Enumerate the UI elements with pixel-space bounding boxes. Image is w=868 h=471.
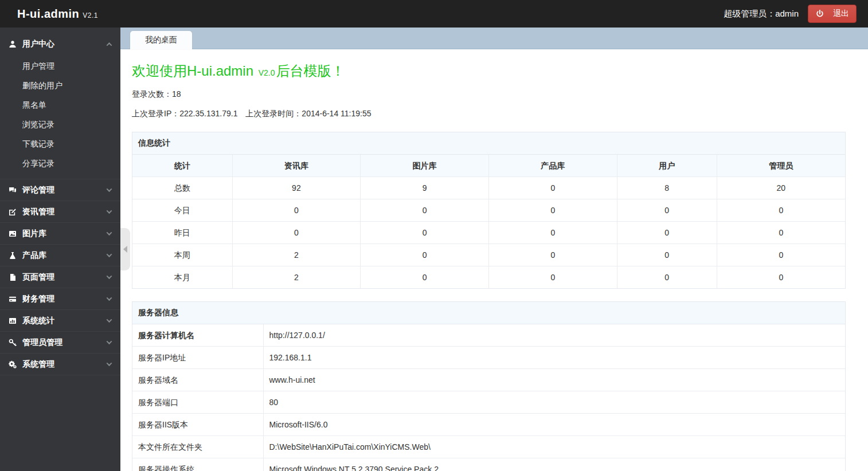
brand-version: V2.1 <box>83 11 98 19</box>
chevron-up-icon <box>107 42 112 48</box>
sidebar-item-user-center[interactable]: 用户中心 <box>0 33 120 55</box>
table-cell: 0 <box>232 222 361 244</box>
sidebar-item-image-library[interactable]: 图片库 <box>0 222 120 244</box>
table-cell: 0 <box>617 244 717 266</box>
sidebar-subitem-deleted-users[interactable]: 删除的用户 <box>0 76 120 95</box>
table-cell: 8 <box>617 177 717 199</box>
table-cell: 0 <box>488 222 617 244</box>
sidebar-subitem-download-history[interactable]: 下载记录 <box>0 134 120 154</box>
stats-table: 统计资讯库图片库产品库用户管理员 总数9290820今日00000昨日00000… <box>132 155 845 288</box>
table-row: 服务器域名www.h-ui.net <box>132 369 845 391</box>
table-cell: 0 <box>717 244 845 266</box>
table-cell: 0 <box>488 199 617 222</box>
table-cell: 0 <box>232 199 361 222</box>
welcome-suffix: 后台模版！ <box>276 63 345 78</box>
sidebar-submenu-user-center: 用户管理删除的用户黑名单浏览记录下载记录分享记录 <box>0 55 120 179</box>
sidebar-item-comment-management[interactable]: 评论管理 <box>0 179 120 201</box>
edit-icon <box>8 207 17 217</box>
last-login-line: 上次登录IP：222.35.131.79.1 上次登录时间：2014-6-14 … <box>132 109 846 119</box>
stats-panel: 信息统计 统计资讯库图片库产品库用户管理员 总数9290820今日00000昨日… <box>132 132 846 289</box>
server-info-table: 服务器计算机名http://127.0.0.1/服务器IP地址192.168.1… <box>132 324 845 471</box>
sidebar-item-finance-management[interactable]: 财务管理 <box>0 288 120 309</box>
table-cell: 0 <box>361 222 489 244</box>
chevron-down-icon <box>107 339 112 344</box>
sidebar-item-label: 财务管理 <box>22 294 107 304</box>
last-ip-value: 222.35.131.79.1 <box>179 109 237 118</box>
table-row: 总数9290820 <box>132 177 845 199</box>
sidebar-item-admin-management[interactable]: 管理员管理 <box>0 331 120 353</box>
image-icon <box>8 229 17 238</box>
server-info-value: www.h-ui.net <box>263 369 845 391</box>
table-cell: 0 <box>488 177 617 199</box>
sidebar-item-product-library[interactable]: 产品库 <box>0 244 120 266</box>
comments-icon <box>8 186 17 195</box>
sidebar: 用户中心用户管理删除的用户黑名单浏览记录下载记录分享记录评论管理资讯管理图片库产… <box>0 28 120 471</box>
user-icon <box>8 40 17 49</box>
table-cell: 20 <box>717 177 845 199</box>
content: 欢迎使用H-ui.admin V2.0后台模版！ 登录次数：18 上次登录IP：… <box>120 49 868 471</box>
welcome-version: V2.0 <box>259 68 275 77</box>
table-cell: 0 <box>717 222 845 244</box>
credit-card-icon <box>8 295 17 304</box>
sidebar-item-label: 页面管理 <box>22 272 107 282</box>
sidebar-menu: 用户中心用户管理删除的用户黑名单浏览记录下载记录分享记录评论管理资讯管理图片库产… <box>0 33 120 375</box>
tab-bar: 我的桌面 <box>120 28 868 49</box>
column-header: 产品库 <box>488 155 617 177</box>
sidebar-subitem-user-management[interactable]: 用户管理 <box>0 56 120 76</box>
sidebar-subitem-browse-history[interactable]: 浏览记录 <box>0 115 120 134</box>
table-cell: 0 <box>361 244 489 266</box>
chevron-down-icon <box>107 252 112 257</box>
table-row: 服务器操作系统Microsoft Windows NT 5.2.3790 Ser… <box>132 458 845 471</box>
table-row: 本周20000 <box>132 244 845 266</box>
sidebar-subitem-share-history[interactable]: 分享记录 <box>0 154 120 173</box>
last-time-value: 2014-6-14 11:19:55 <box>302 109 371 118</box>
key-icon <box>8 338 17 347</box>
login-count-line: 登录次数：18 <box>132 89 846 100</box>
server-info-label: 服务器操作系统 <box>132 458 263 471</box>
server-info-panel: 服务器信息 服务器计算机名http://127.0.0.1/服务器IP地址192… <box>132 301 846 471</box>
sidebar-collapse-handle[interactable] <box>120 228 130 270</box>
server-info-label: 服务器计算机名 <box>132 324 263 347</box>
sidebar-subitem-blacklist[interactable]: 黑名单 <box>0 95 120 115</box>
sidebar-item-page-management[interactable]: 页面管理 <box>0 266 120 288</box>
chevron-down-icon <box>107 317 112 323</box>
table-cell: 0 <box>617 266 717 289</box>
server-info-label: 本文件所在文件夹 <box>132 436 263 458</box>
server-info-value: 80 <box>263 391 845 414</box>
table-row: 本文件所在文件夹D:\WebSite\HanXiPuTai.com\XinYiC… <box>132 436 845 458</box>
sidebar-item-system-management[interactable]: 系统管理 <box>0 353 120 375</box>
flask-icon <box>8 251 17 260</box>
chevron-down-icon <box>107 273 112 279</box>
last-time-label: 上次登录时间： <box>245 109 302 118</box>
logout-button[interactable]: 退出 <box>808 5 857 23</box>
table-row: 服务器IP地址192.168.1.1 <box>132 347 845 369</box>
sidebar-item-news-management[interactable]: 资讯管理 <box>0 201 120 222</box>
table-cell: 0 <box>361 266 489 289</box>
sidebar-item-label: 系统统计 <box>22 316 107 326</box>
current-user-label: 超级管理员：admin <box>724 9 799 19</box>
sidebar-item-label: 用户中心 <box>22 39 107 49</box>
table-cell: 昨日 <box>132 222 232 244</box>
username: admin <box>775 9 799 18</box>
server-info-label: 服务器IP地址 <box>132 347 263 369</box>
column-header: 统计 <box>132 155 232 177</box>
brand-logo: H-ui.adminV2.1 <box>17 7 98 21</box>
sidebar-item-label: 评论管理 <box>22 185 107 195</box>
logout-label: 退出 <box>833 9 849 19</box>
table-row: 服务器计算机名http://127.0.0.1/ <box>132 324 845 347</box>
bar-chart-icon <box>8 316 17 325</box>
welcome-prefix: 欢迎使用H-ui.admin <box>132 63 253 78</box>
tab-my-desktop[interactable]: 我的桌面 <box>130 31 192 49</box>
column-header: 图片库 <box>361 155 489 177</box>
server-info-value: Microsoft-IIS/6.0 <box>263 414 845 436</box>
gears-icon <box>8 360 17 369</box>
chevron-left-icon <box>123 246 127 253</box>
server-info-label: 服务器端口 <box>132 391 263 414</box>
server-info-label: 服务器IIS版本 <box>132 414 263 436</box>
chevron-down-icon <box>107 208 112 214</box>
server-info-value: 192.168.1.1 <box>263 347 845 369</box>
sidebar-item-system-statistics[interactable]: 系统统计 <box>0 309 120 331</box>
stats-panel-title: 信息统计 <box>132 132 845 155</box>
login-count-value: 18 <box>172 89 181 99</box>
column-header: 用户 <box>617 155 717 177</box>
